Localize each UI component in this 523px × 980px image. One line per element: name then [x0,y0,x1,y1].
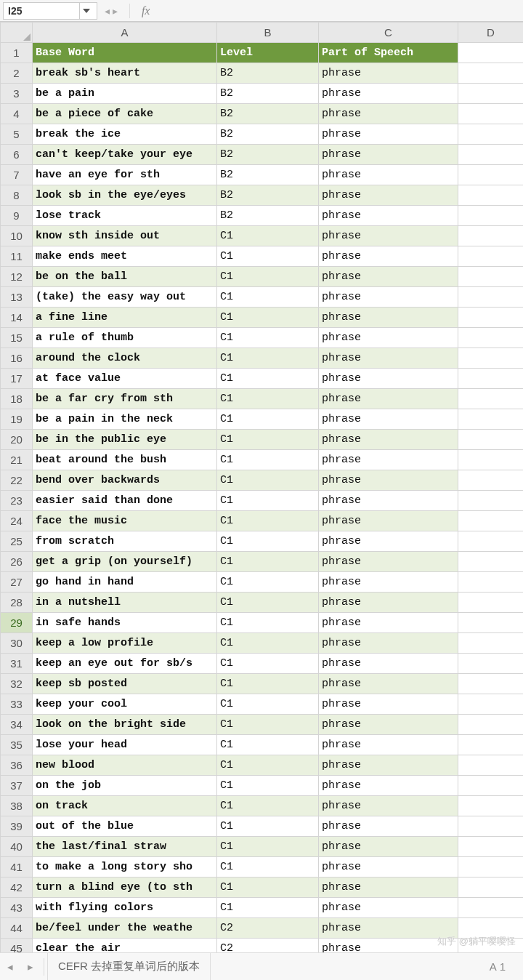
row-header[interactable]: 32 [1,674,33,694]
cell[interactable] [458,470,524,491]
cell[interactable] [458,735,524,755]
header-cell[interactable]: Part of Speech [319,43,458,63]
cell-pos[interactable]: phrase [319,816,458,837]
cell[interactable] [458,776,524,796]
cell-base-word[interactable]: easier said than done [33,491,217,511]
cell[interactable] [458,572,524,593]
cell[interactable] [458,613,524,633]
row-header[interactable]: 36 [1,755,33,776]
cell-base-word[interactable]: break the ice [33,124,217,145]
cell-pos[interactable]: phrase [319,63,458,84]
row-header[interactable]: 26 [1,552,33,572]
cell-base-word[interactable]: be a far cry from sth [33,389,217,409]
cell-pos[interactable]: phrase [319,715,458,735]
cell-level[interactable]: C1 [217,328,319,348]
cell[interactable] [458,816,524,837]
cell-base-word[interactable]: make ends meet [33,246,217,267]
row-header[interactable]: 45 [1,939,33,953]
row-header[interactable]: 9 [1,206,33,226]
cell-level[interactable]: B2 [217,84,319,104]
cell-base-word[interactable]: on track [33,796,217,816]
cell-base-word[interactable]: look sb in the eye/eyes [33,185,217,206]
cell-level[interactable]: C1 [217,389,319,409]
cell-pos[interactable]: phrase [319,654,458,674]
row-header[interactable]: 41 [1,857,33,877]
cell-base-word[interactable]: from scratch [33,531,217,552]
cell-level[interactable]: C1 [217,857,319,877]
cell-base-word[interactable]: keep sb posted [33,674,217,694]
spreadsheet-grid[interactable]: ABCD1Base WordLevelPart of Speech2break … [0,22,523,952]
cell-base-word[interactable]: (take) the easy way out [33,287,217,308]
row-header[interactable]: 37 [1,776,33,796]
cell-pos[interactable]: phrase [319,226,458,246]
cell-base-word[interactable]: know sth inside out [33,226,217,246]
row-header[interactable]: 19 [1,409,33,430]
cell-pos[interactable]: phrase [319,470,458,491]
cell-base-word[interactable]: be a piece of cake [33,104,217,124]
row-header[interactable]: 39 [1,816,33,837]
row-header[interactable]: 42 [1,877,33,898]
row-header[interactable]: 18 [1,389,33,409]
row-header[interactable]: 10 [1,226,33,246]
cell-level[interactable]: C1 [217,735,319,755]
row-header[interactable]: 27 [1,572,33,593]
cell-pos[interactable]: phrase [319,267,458,287]
cell-level[interactable]: C1 [217,816,319,837]
cell-level[interactable]: C2 [217,918,319,939]
cell-pos[interactable]: phrase [319,939,458,953]
cell-pos[interactable]: phrase [319,185,458,206]
cell-base-word[interactable]: the last/final straw [33,837,217,857]
cell-level[interactable]: C1 [217,633,319,654]
cell-base-word[interactable]: clear the air [33,939,217,953]
cell-pos[interactable]: phrase [319,552,458,572]
cell-base-word[interactable]: go hand in hand [33,572,217,593]
header-cell[interactable]: Level [217,43,319,63]
cell-pos[interactable]: phrase [319,694,458,715]
cell-level[interactable]: C1 [217,226,319,246]
cell-pos[interactable]: phrase [319,450,458,470]
row-header[interactable]: 8 [1,185,33,206]
cell-level[interactable]: C1 [217,369,319,389]
cell-base-word[interactable]: be in the public eye [33,430,217,450]
cell-level[interactable]: C1 [217,531,319,552]
cell-base-word[interactable]: on the job [33,776,217,796]
cell-pos[interactable]: phrase [319,837,458,857]
cell-level[interactable]: B2 [217,104,319,124]
cell-pos[interactable]: phrase [319,593,458,613]
row-header[interactable]: 30 [1,633,33,654]
cell[interactable] [458,84,524,104]
cell[interactable] [458,796,524,816]
row-header[interactable]: 14 [1,308,33,328]
cell-level[interactable]: C1 [217,674,319,694]
cell[interactable] [458,755,524,776]
cell[interactable] [458,633,524,654]
cell[interactable] [458,63,524,84]
cell-pos[interactable]: phrase [319,674,458,694]
column-header[interactable]: A [33,23,217,43]
cell[interactable] [458,918,524,939]
cell-base-word[interactable]: with flying colors [33,898,217,918]
cell-level[interactable]: C1 [217,470,319,491]
cell-base-word[interactable]: keep your cool [33,694,217,715]
cell[interactable] [458,715,524,735]
cell[interactable] [458,104,524,124]
cell[interactable] [458,267,524,287]
cell[interactable] [458,593,524,613]
name-box[interactable]: I25 [3,2,97,20]
cell-pos[interactable]: phrase [319,409,458,430]
row-header[interactable]: 22 [1,470,33,491]
cell[interactable] [458,857,524,877]
cell[interactable] [458,531,524,552]
cell[interactable] [458,450,524,470]
cell[interactable] [458,898,524,918]
cell-pos[interactable]: phrase [319,145,458,165]
cell-level[interactable]: B2 [217,165,319,185]
cell-base-word[interactable]: get a grip (on yourself) [33,552,217,572]
next-sheet-icon[interactable]: ▸ [20,957,41,977]
cell-pos[interactable]: phrase [319,735,458,755]
cell-pos[interactable]: phrase [319,898,458,918]
cell-level[interactable]: C1 [217,776,319,796]
cell-level[interactable]: C1 [217,593,319,613]
cell-base-word[interactable]: a fine line [33,308,217,328]
cell-base-word[interactable]: be a pain in the neck [33,409,217,430]
